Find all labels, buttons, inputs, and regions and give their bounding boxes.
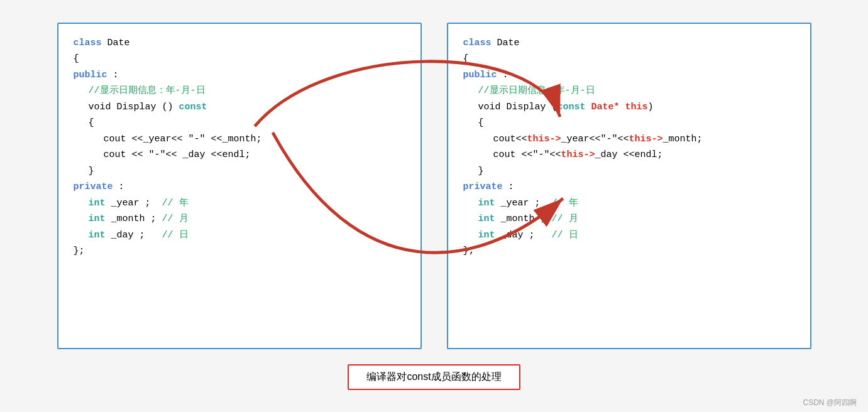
left-line-13: int _day ; // 日 <box>74 227 405 244</box>
right-line-9: } <box>463 163 795 180</box>
diagrams-wrapper: class Date { public : //显示日期信息：年-月-日 voi… <box>57 23 811 349</box>
left-line-5: void Display () const <box>74 99 405 116</box>
right-line-10: private : <box>463 179 795 195</box>
left-line-1: class Date <box>74 35 405 52</box>
left-line-10: private : <box>74 179 405 195</box>
caption-box: 编译器对const成员函数的处理 <box>348 364 520 390</box>
right-line-1: class Date <box>463 35 795 52</box>
left-line-7: cout <<_year<< "-" <<_month; <box>74 131 405 148</box>
right-line-14: }; <box>463 243 795 259</box>
left-line-8: cout << "-"<< _day <<endl; <box>74 147 405 163</box>
right-code-box: class Date { public : //显示日期信息：年-月-日 voi… <box>447 23 811 349</box>
left-line-9: } <box>74 163 405 180</box>
right-line-5: void Display (const Date* this) <box>463 99 795 116</box>
left-line-11: int _year ; // 年 <box>74 195 405 212</box>
right-line-6: { <box>463 115 795 131</box>
left-line-4: //显示日期信息：年-月-日 <box>74 83 405 99</box>
right-line-3: public : <box>463 67 795 84</box>
right-line-4: //显示日期信息：年-月-日 <box>463 83 795 99</box>
left-line-6: { <box>74 115 405 131</box>
left-line-2: { <box>74 51 405 67</box>
caption-text: 编译器对const成员函数的处理 <box>366 371 501 382</box>
main-container: class Date { public : //显示日期信息：年-月-日 voi… <box>0 10 868 403</box>
watermark: CSDN @阿四啊 <box>803 398 857 408</box>
left-line-12: int _month ; // 月 <box>74 211 405 227</box>
right-line-2: { <box>463 51 795 67</box>
right-line-12: int _month ; // 月 <box>463 211 795 227</box>
right-line-13: int _day ; // 日 <box>463 227 795 244</box>
right-line-11: int _year ; // 年 <box>463 195 795 212</box>
right-line-7: cout<<this->_year<<"-"<<this->_month; <box>463 131 795 148</box>
left-code-box: class Date { public : //显示日期信息：年-月-日 voi… <box>57 23 422 349</box>
left-line-3: public : <box>74 67 405 84</box>
right-line-8: cout <<"-"<<this->_day <<endl; <box>463 147 795 163</box>
left-line-14: }; <box>74 243 405 259</box>
